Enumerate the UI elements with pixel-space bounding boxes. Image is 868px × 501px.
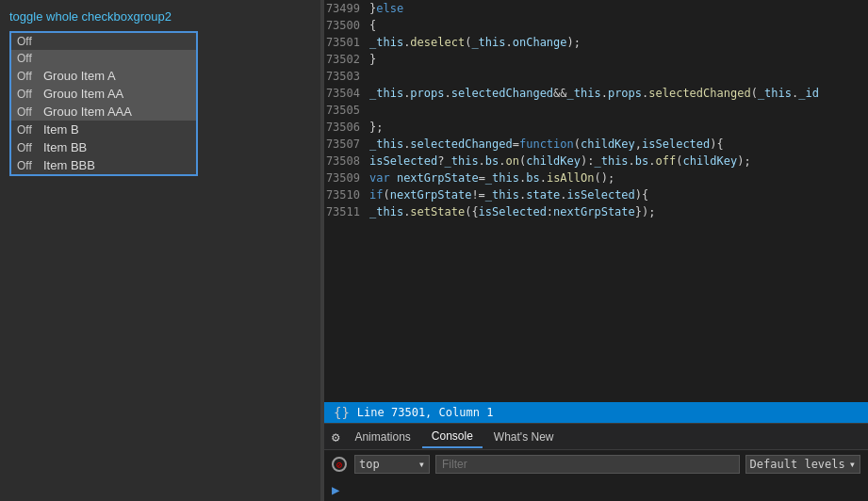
code-line: 73499 }else: [324, 0, 868, 17]
code-editor: 73499 }else 73500 { 73501 _this.deselect…: [324, 0, 868, 402]
list-item[interactable]: Off Grouo Item AAA: [11, 103, 196, 121]
checkbox-status: Off: [17, 70, 43, 83]
checkbox-item-a-label: Grouo Item A: [43, 69, 116, 83]
line-number: 73502: [324, 51, 369, 68]
console-toolbar: ⊘ top ▾ Default levels ▾: [324, 450, 868, 478]
checkbox-item-bb-label: Item BB: [43, 140, 87, 154]
context-select-arrow: ▾: [418, 458, 425, 471]
console-prompt-icon: ▶: [332, 482, 339, 497]
line-number: 73499: [324, 0, 369, 17]
code-line: 73500 {: [324, 17, 868, 34]
code-line: 73503: [324, 68, 868, 85]
checkbox-item-aa-label: Grouo Item AA: [43, 87, 123, 101]
line-number: 73511: [324, 203, 369, 220]
code-line: 73505: [324, 102, 868, 119]
checkbox-status: Off: [17, 88, 43, 101]
code-line: 73508 isSelected?_this.bs.on(childKey):_…: [324, 153, 868, 170]
list-item[interactable]: Off: [11, 33, 196, 50]
console-filter-input[interactable]: [435, 455, 740, 474]
list-item[interactable]: Off Item B: [11, 121, 196, 138]
code-line: 73509 var nextGrpState=_this.bs.isAllOn(…: [324, 170, 868, 186]
console-filter-group: top ▾ Default levels ▾: [354, 455, 860, 474]
line-content: };: [369, 119, 383, 136]
tab-animations[interactable]: Animations: [345, 427, 419, 447]
line-content: }else: [369, 0, 403, 17]
checkbox-item-b-label: Item B: [43, 122, 79, 137]
line-number: 73500: [324, 17, 369, 34]
left-panel: toggle whole checkboxgroup2 Off Off Off …: [0, 0, 320, 501]
settings-icon[interactable]: ⚙: [332, 429, 339, 444]
line-content: _this.props.selectedChanged&&_this.props…: [369, 85, 819, 102]
line-number: 73503: [324, 68, 369, 85]
line-number: 73510: [324, 186, 369, 203]
list-item[interactable]: Off Item BB: [11, 138, 196, 156]
tab-console[interactable]: Console: [422, 426, 483, 448]
console-input-area: ▶: [324, 478, 868, 501]
code-line: 73502 }: [324, 51, 868, 68]
line-content: _this.setState({isSelected:nextGrpState}…: [369, 203, 655, 220]
line-content: _this.selectedChanged=function(childKey,…: [369, 136, 724, 153]
checkbox-group-container: Off Off Off Grouo Item A Off Grouo Item …: [9, 31, 198, 176]
devtools-tabs: ⚙ Animations Console What's New: [324, 424, 868, 450]
checkbox-status: Off: [17, 35, 43, 48]
line-content: _this.deselect(_this.onChange);: [369, 34, 581, 51]
line-number: 73507: [324, 136, 369, 153]
log-levels-label: Default levels: [750, 458, 845, 471]
status-bar: {} Line 73501, Column 1: [324, 402, 868, 423]
code-line: 73510 if(nextGrpState!=_this.state.isSel…: [324, 186, 868, 203]
code-lines-container: 73499 }else 73500 { 73501 _this.deselect…: [324, 0, 868, 402]
line-content: }: [369, 51, 376, 68]
line-number: 73504: [324, 85, 369, 102]
toggle-checkbox-group-label[interactable]: toggle whole checkboxgroup2: [9, 9, 311, 24]
checkbox-status: Off: [17, 123, 43, 137]
clear-console-button[interactable]: ⊘: [332, 457, 347, 472]
code-line: 73501 _this.deselect(_this.onChange);: [324, 34, 868, 51]
status-text: Line 73501, Column 1: [357, 406, 494, 419]
line-content: {: [369, 17, 376, 34]
bracket-icon: {}: [334, 405, 350, 420]
list-item[interactable]: Off Grouo Item A: [11, 67, 196, 85]
code-line: 73511 _this.setState({isSelected:nextGrp…: [324, 203, 868, 220]
log-levels-select[interactable]: Default levels ▾: [745, 455, 860, 474]
code-line: 73507 _this.selectedChanged=function(chi…: [324, 136, 868, 153]
tab-whats-new[interactable]: What's New: [484, 427, 564, 447]
line-number: 73508: [324, 153, 369, 170]
context-select[interactable]: top ▾: [354, 455, 430, 474]
line-number: 73505: [324, 102, 369, 119]
checkbox-item-aaa-label: Grouo Item AAA: [43, 105, 132, 119]
code-line: 73504 _this.props.selectedChanged&&_this…: [324, 85, 868, 102]
list-item[interactable]: Off Grouo Item AA: [11, 85, 196, 103]
list-item[interactable]: Off: [11, 50, 196, 67]
line-content: var nextGrpState=_this.bs.isAllOn();: [369, 170, 614, 186]
line-number: 73501: [324, 34, 369, 51]
checkbox-status: Off: [17, 159, 43, 172]
code-line: 73506 };: [324, 119, 868, 136]
context-select-value: top: [359, 458, 380, 471]
line-content: isSelected?_this.bs.on(childKey):_this.b…: [369, 153, 751, 170]
checkbox-item-bbb-label: Item BBB: [43, 158, 95, 172]
checkbox-status: Off: [17, 52, 43, 65]
devtools-panel: ⚙ Animations Console What's New ⊘ top ▾ …: [324, 423, 868, 501]
right-panel: 73499 }else 73500 { 73501 _this.deselect…: [324, 0, 868, 501]
line-number: 73506: [324, 119, 369, 136]
checkbox-status: Off: [17, 105, 43, 119]
checkbox-status: Off: [17, 141, 43, 154]
line-content: if(nextGrpState!=_this.state.isSelected)…: [369, 186, 648, 203]
line-number: 73509: [324, 170, 369, 186]
log-levels-arrow: ▾: [849, 458, 856, 471]
list-item[interactable]: Off Item BBB: [11, 156, 196, 174]
